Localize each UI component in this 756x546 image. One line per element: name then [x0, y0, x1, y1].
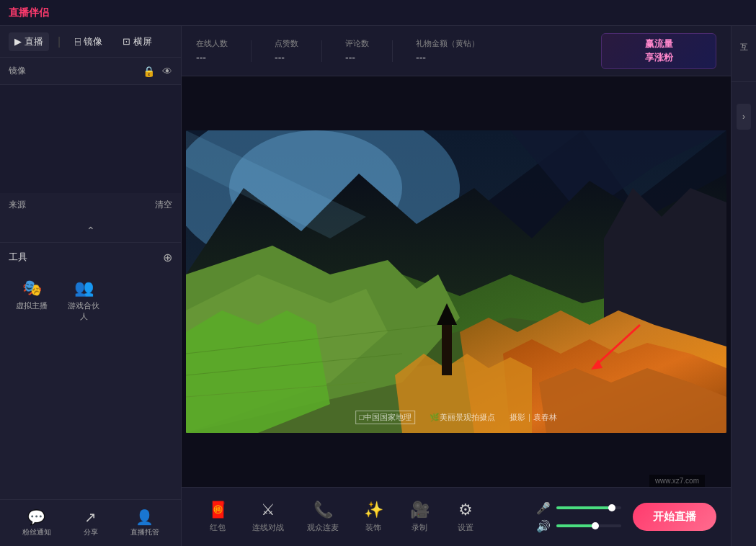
watermark-photographer: 摄影｜袁春林 — [510, 412, 557, 423]
main-layout: ▶ 直播 | ⌸ 镜像 ⊡ 横屏 镜像 🔒 👁 — [0, 26, 756, 546]
game-partner-icon: 👥 — [74, 279, 94, 297]
sidebar-bottom: 💬 粉丝通知 ↗ 分享 👤 直播托管 — [0, 499, 181, 546]
landscape-svg — [186, 130, 726, 433]
mic-icon: 🎤 — [536, 501, 551, 515]
mode-live-btn[interactable]: ▶ 直播 — [9, 32, 49, 51]
stat-gifts-label: 礼物金额（黄钻） — [416, 38, 479, 49]
stats-bar: 在线人数 --- 点赞数 --- 评论数 --- 礼物金额（黄钻） --- 赢流… — [182, 26, 731, 76]
control-audience[interactable]: 📞 观众连麦 — [297, 496, 349, 537]
sidebar-mode-bar: ▶ 直播 | ⌸ 镜像 ⊡ 横屏 — [0, 26, 181, 58]
video-preview: □中国国家地理 🌿美丽景观拍摄点 摄影｜袁春林 — [186, 130, 726, 433]
mic-slider-fill — [556, 506, 612, 509]
stat-comments: 评论数 --- — [345, 38, 369, 63]
record-icon: 🎥 — [410, 501, 430, 519]
start-live-button[interactable]: 开始直播 — [633, 503, 716, 531]
share-icon: ↗ — [84, 509, 97, 526]
horizontal-icon: ⊡ — [123, 36, 130, 47]
stat-online-value: --- — [196, 52, 228, 63]
stat-likes-label: 点赞数 — [275, 38, 298, 49]
mode-mirror-btn[interactable]: ⌸ 镜像 — [69, 32, 108, 51]
lock-icon[interactable]: 🔒 — [143, 66, 155, 77]
collapse-icon[interactable]: ⌃ — [86, 225, 95, 236]
mic-row: 🎤 — [536, 501, 621, 515]
control-settings[interactable]: ⚙ 设置 — [444, 496, 487, 537]
svg-rect-17 — [442, 325, 452, 375]
sources-label: 来源 — [9, 199, 26, 211]
left-sidebar: ▶ 直播 | ⌸ 镜像 ⊡ 横屏 镜像 🔒 👁 — [0, 26, 182, 546]
mic-slider[interactable] — [556, 506, 621, 509]
tool-game-partner[interactable]: 👥 游戏合伙人 — [61, 274, 107, 326]
stat-online-label: 在线人数 — [196, 38, 228, 49]
right-expand-button[interactable]: › — [737, 104, 751, 130]
app-title: 直播伴侣 — [9, 6, 49, 19]
stat-likes-value: --- — [275, 52, 298, 63]
control-record[interactable]: 🎥 录制 — [398, 496, 441, 537]
right-sidebar-top: 互 — [731, 32, 756, 82]
watermark-bottom: □中国国家地理 🌿美丽景观拍摄点 摄影｜袁春林 — [355, 411, 557, 424]
speaker-slider-thumb — [592, 522, 599, 529]
mic-slider-thumb — [608, 504, 615, 511]
bottom-tool-hosting[interactable]: 👤 直播托管 — [125, 506, 165, 540]
speaker-row: 🔊 — [536, 519, 621, 533]
banner-text-line1: 赢流量 — [645, 37, 673, 50]
watermark-scenery: 🌿美丽景观拍摄点 — [430, 412, 495, 423]
download-badge: www.xz7.com — [649, 475, 705, 487]
mode-horizontal-btn[interactable]: ⊡ 横屏 — [117, 32, 158, 51]
stat-online: 在线人数 --- — [196, 38, 228, 63]
stat-gifts-value: --- — [416, 52, 479, 63]
hosting-icon: 👤 — [135, 509, 154, 526]
camera-label: 镜像 — [9, 65, 143, 77]
audio-controls: 🎤 🔊 — [536, 501, 621, 533]
banner-text-line2: 享涨粉 — [645, 51, 673, 64]
tools-add-icon[interactable]: ⊕ — [163, 251, 172, 264]
watermark-geography: □中国国家地理 — [355, 411, 415, 424]
bottom-tool-fans-notice[interactable]: 💬 粉丝通知 — [17, 506, 57, 540]
control-pk[interactable]: ⚔ 连线对战 — [242, 496, 294, 537]
video-area: □中国国家地理 🌿美丽景观拍摄点 摄影｜袁春林 www.xz7.com — [182, 76, 731, 487]
audience-icon: 📞 — [313, 501, 333, 519]
right-expand-icon: › — [742, 112, 745, 122]
redpacket-icon: 🧧 — [208, 501, 228, 519]
control-redpacket[interactable]: 🧧 红包 — [196, 496, 239, 537]
speaker-icon: 🔊 — [536, 519, 551, 533]
mirror-icon: ⌸ — [75, 36, 81, 47]
tool-virtual-anchor[interactable]: 🎭 虚拟主播 — [9, 274, 55, 326]
tools-section: 工具 ⊕ 🎭 虚拟主播 👥 游戏合伙人 — [0, 246, 181, 332]
control-items: 🧧 红包 ⚔ 连线对战 📞 观众连麦 ✨ 装饰 🎥 录制 — [196, 496, 525, 537]
bottom-tool-share[interactable]: ↗ 分享 — [78, 506, 104, 540]
fans-notice-icon: 💬 — [27, 509, 45, 526]
camera-row: 镜像 🔒 👁 — [0, 58, 181, 85]
speaker-slider[interactable] — [556, 524, 621, 527]
stat-comments-value: --- — [345, 52, 369, 63]
settings-icon: ⚙ — [458, 501, 473, 519]
center-content: 在线人数 --- 点赞数 --- 评论数 --- 礼物金额（黄钻） --- 赢流… — [182, 26, 731, 546]
stat-comments-label: 评论数 — [345, 38, 369, 49]
sources-clear-btn[interactable]: 清空 — [155, 199, 172, 211]
sources-section: 来源 清空 — [0, 193, 181, 216]
pk-icon: ⚔ — [261, 501, 275, 519]
tools-label: 工具 — [9, 251, 27, 264]
top-bar: 直播伴侣 — [0, 0, 756, 26]
decoration-icon: ✨ — [364, 501, 383, 519]
virtual-anchor-icon: 🎭 — [22, 279, 42, 297]
bottom-controls: 🧧 红包 ⚔ 连线对战 📞 观众连麦 ✨ 装饰 🎥 录制 — [182, 487, 731, 546]
live-icon: ▶ — [14, 36, 22, 47]
speaker-slider-fill — [556, 524, 595, 527]
eye-icon[interactable]: 👁 — [162, 66, 172, 77]
stat-gifts: 礼物金额（黄钻） --- — [416, 38, 479, 63]
right-sidebar: 互 › — [731, 26, 756, 546]
control-decoration[interactable]: ✨ 装饰 — [352, 496, 395, 537]
tools-grid: 🎭 虚拟主播 👥 游戏合伙人 — [9, 269, 172, 332]
stat-likes: 点赞数 --- — [275, 38, 298, 63]
stats-banner[interactable]: 赢流量 享涨粉 — [601, 33, 716, 69]
